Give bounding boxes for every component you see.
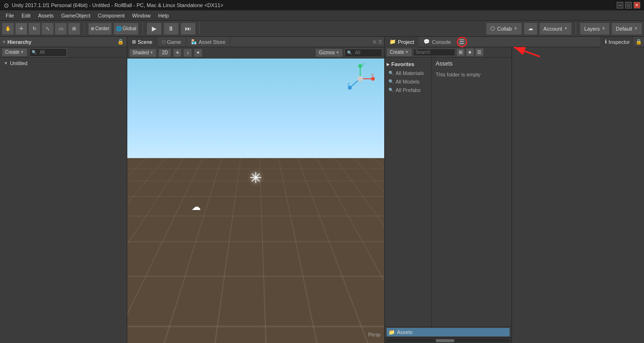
hand-tool-button[interactable]: ✋ [2, 23, 14, 35]
menu-assets[interactable]: Assets [34, 12, 58, 19]
2d-toggle[interactable]: 2D [158, 49, 171, 57]
menu-file[interactable]: File [2, 12, 18, 19]
scene-menu-icon[interactable]: ☰ [378, 39, 382, 44]
hierarchy-item-untitled[interactable]: ▼ Untitled [0, 59, 127, 68]
tab-project[interactable]: 📁 Project [385, 37, 419, 47]
project-options-button[interactable]: ☰ [475, 48, 484, 57]
pivot-icon: ⊕ [91, 26, 94, 31]
empty-folder-message: This folder is empty [434, 70, 510, 79]
hierarchy-arrow-icon: ▼ [4, 61, 8, 66]
magnify3-icon: 🔍 [388, 88, 394, 92]
scene-gizmo[interactable]: X Y Z [344, 62, 377, 95]
scene-view-panel: ⊞ Scene □ Game 🏪 Asset Store ⧉ ☰ Shaded … [127, 37, 385, 343]
menu-window[interactable]: Window [128, 12, 154, 19]
favorites-button[interactable]: ★ [466, 48, 474, 57]
scene-maximize-icon[interactable]: ⧉ [373, 39, 376, 45]
close-button[interactable]: ✕ [634, 2, 640, 8]
global-toggle-button[interactable]: 🌐 Global [114, 23, 139, 35]
scene-tabs-right: ⧉ ☰ [373, 39, 384, 45]
separator-3 [199, 23, 200, 35]
rotate-tool-button[interactable]: ↻ [28, 23, 41, 35]
hierarchy-create-button[interactable]: Create ▼ [2, 48, 27, 57]
asset-store-tab-label: Asset Store [198, 39, 225, 45]
scene-canvas[interactable]: ✳ ☁ X [127, 59, 384, 343]
right-panels: 📁 Project 💬 Console ☰ ℹ Inspector 🔒 [385, 37, 644, 343]
scale-tool-button[interactable]: ⤡ [41, 23, 54, 35]
global-label: Global [123, 26, 136, 31]
collab-label: Collab [497, 26, 512, 32]
project-menu-button[interactable]: ☰ [458, 38, 466, 46]
default-dropdown[interactable]: Default ▼ [611, 23, 642, 35]
audio-toggle[interactable]: ♪ [183, 49, 192, 57]
project-search-input[interactable] [413, 49, 455, 56]
fav-all-models-label: All Models [396, 79, 420, 84]
global-icon: 🌐 [116, 26, 122, 31]
inspector-panel-body [512, 47, 644, 343]
gizmos-dropdown[interactable]: Gizmos ▼ [315, 49, 343, 57]
maximize-button[interactable]: □ [625, 2, 632, 8]
right-panel-tabs: 📁 Project 💬 Console ☰ ℹ Inspector 🔒 [385, 37, 644, 47]
assets-folder-item[interactable]: 📁 Assets [387, 328, 510, 336]
fav-all-prefabs-label: All Prefabs [396, 87, 421, 93]
project-scrollbar[interactable] [385, 337, 512, 343]
tab-game[interactable]: □ Game [157, 37, 186, 47]
shaded-dropdown[interactable]: Shaded ▼ [129, 49, 157, 57]
menu-component[interactable]: Component [94, 12, 128, 19]
project-create-label: Create [390, 50, 404, 55]
scene-toolbar: Shaded ▼ 2D ☀ ♪ ✦ Gizmos ▼ 🔍 [127, 47, 384, 59]
lighting-toggle[interactable]: ☀ [173, 49, 182, 57]
default-label: Default [616, 26, 632, 32]
favorites-header[interactable]: ▶ Favorites [385, 59, 431, 69]
scene-search-icon: 🔍 [347, 50, 352, 55]
scrollbar-thumb[interactable] [436, 339, 454, 342]
project-tab-icon: 📁 [389, 39, 396, 45]
inspector-lock-button[interactable]: 🔒 [634, 39, 644, 45]
hierarchy-panel: ≡ Hierarchy 🔒 Create ▼ 🔍 ▼ Untitled [0, 37, 127, 343]
magnify-icon: 🔍 [388, 71, 394, 75]
hierarchy-item-label: Untitled [10, 60, 27, 66]
titlebar-controls[interactable]: ─ □ ✕ [617, 2, 640, 8]
fav-all-materials[interactable]: 🔍 All Materials [385, 69, 431, 77]
separator-2 [142, 23, 143, 35]
collab-button[interactable]: ⬡ Collab ▼ [486, 23, 521, 35]
rect-tool-button[interactable]: ▭ [55, 23, 67, 35]
fav-all-materials-label: All Materials [396, 70, 424, 76]
menu-edit[interactable]: Edit [18, 12, 34, 19]
scene-search-input[interactable] [353, 49, 380, 57]
pause-button[interactable]: ⏸ [164, 23, 179, 35]
scene-cloud-object: ☁ [191, 201, 201, 212]
account-dropdown[interactable]: Account ▼ [539, 23, 572, 35]
minimize-button[interactable]: ─ [617, 2, 623, 8]
hierarchy-lock-icon[interactable]: 🔒 [117, 39, 124, 45]
fav-all-models[interactable]: 🔍 All Models [385, 77, 431, 86]
project-create-button[interactable]: Create ▼ [387, 48, 412, 57]
transform-tool-button[interactable]: ⊞ [68, 23, 80, 35]
hierarchy-toolbar: Create ▼ 🔍 [0, 47, 127, 58]
titlebar-title-area: ⊙ Unity 2017.1.1f1 Personal (64bit) - Un… [4, 2, 223, 9]
tab-scene[interactable]: ⊞ Scene [127, 37, 157, 47]
assets-folder-label: Assets [397, 329, 413, 335]
tab-inspector[interactable]: ℹ Inspector [601, 37, 634, 47]
inspector-tab-icon: ℹ [605, 39, 607, 45]
layers-dropdown[interactable]: Layers ▼ [580, 23, 610, 35]
hierarchy-tab-label[interactable]: Hierarchy [8, 39, 32, 45]
step-button[interactable]: ⏭ [181, 23, 196, 35]
effects-toggle[interactable]: ✦ [194, 49, 202, 57]
hierarchy-header-icon: ≡ [3, 39, 6, 44]
titlebar: ⊙ Unity 2017.1.1f1 Personal (64bit) - Un… [0, 0, 644, 10]
cloud-button[interactable]: ☁ [524, 23, 537, 35]
play-button[interactable]: ▶ [147, 23, 162, 35]
move-tool-button[interactable]: ✛ [15, 23, 27, 35]
favorites-panel: ▶ Favorites 🔍 All Materials 🔍 All Models [385, 58, 432, 326]
menu-gameobject[interactable]: GameObject [58, 12, 94, 19]
tab-console[interactable]: 💬 Console [419, 37, 455, 47]
menu-help[interactable]: Help [154, 12, 173, 19]
search-filter-button[interactable]: ⊞ [456, 48, 465, 57]
scrollbar-track[interactable] [387, 339, 510, 342]
center-toggle-button[interactable]: ⊕ Center [88, 23, 112, 35]
tab-asset-store[interactable]: 🏪 Asset Store [186, 37, 231, 47]
favorites-label: Favorites [391, 61, 414, 67]
fav-all-prefabs[interactable]: 🔍 All Prefabs [385, 86, 431, 94]
hierarchy-search-input[interactable] [38, 49, 66, 56]
scene-search-box: 🔍 [345, 49, 382, 57]
